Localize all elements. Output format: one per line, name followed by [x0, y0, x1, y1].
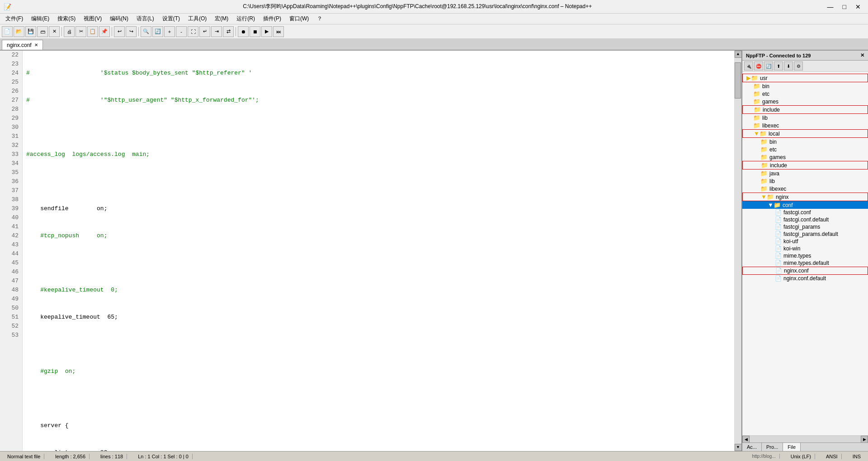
- ftp-disconnect[interactable]: ⛔: [754, 61, 763, 71]
- toolbar-close[interactable]: ✕: [49, 26, 60, 37]
- ftp-horizontal-scrollbar[interactable]: ◀ ▶: [742, 435, 868, 442]
- toolbar-copy[interactable]: 📋: [87, 26, 98, 37]
- toolbar-wordwrap[interactable]: ↵: [199, 26, 210, 37]
- toolbar-macro-run[interactable]: ⏭: [273, 26, 284, 37]
- tree-item-etc1[interactable]: 📁 etc: [742, 90, 868, 98]
- tree-item-label: fastcgi_params.default: [783, 231, 838, 237]
- toolbar-cut[interactable]: ✂: [75, 26, 86, 37]
- tree-item-conf[interactable]: ▼📁 conf: [742, 201, 868, 209]
- folder-icon: 📁: [761, 162, 768, 169]
- toolbar-save-all[interactable]: 🗃: [37, 26, 48, 37]
- toolbar-find[interactable]: 🔍: [141, 26, 151, 37]
- toolbar-macro-play[interactable]: ▶: [261, 26, 272, 37]
- tree-item-lib2[interactable]: 📁 lib: [742, 177, 868, 185]
- toolbar-save[interactable]: 💾: [25, 26, 36, 37]
- tree-item-label: java: [769, 170, 779, 177]
- menu-plugins[interactable]: 插件(P): [259, 14, 285, 24]
- toolbar-indent[interactable]: ⇥: [211, 26, 222, 37]
- tree-item-fastcgi-params[interactable]: 📄 fastcgi_params: [742, 223, 868, 230]
- status-ins: INS: [849, 454, 864, 459]
- tree-item-fastcgi-conf-default[interactable]: 📄 fastcgi.conf.default: [742, 216, 868, 223]
- tree-item-libexec1[interactable]: 📁 libexec: [742, 122, 868, 129]
- minimize-button[interactable]: —: [824, 2, 837, 11]
- ftp-tab-activity[interactable]: Ac...: [742, 443, 762, 451]
- toolbar-find-replace[interactable]: 🔄: [152, 26, 163, 37]
- scroll-track[interactable]: [735, 58, 741, 444]
- tree-item-label: games: [762, 99, 778, 105]
- menu-settings[interactable]: 设置(T): [159, 14, 184, 24]
- menu-window[interactable]: 窗口(W): [286, 14, 312, 24]
- ftp-connect[interactable]: 🔌: [744, 61, 753, 71]
- tree-item-lib1[interactable]: 📁 lib: [742, 114, 868, 122]
- tree-item-koi-win[interactable]: 📄 koi-win: [742, 245, 868, 252]
- tree-item-bin2[interactable]: 📁 bin: [742, 138, 868, 146]
- menu-language[interactable]: 语言(L): [133, 14, 158, 24]
- tree-item-usr[interactable]: ▶📁 usr: [742, 74, 868, 82]
- toolbar-macro-stop[interactable]: ⏹: [250, 26, 260, 37]
- tree-item-mime-types-default[interactable]: 📄 mime.types.default: [742, 259, 868, 267]
- ftp-tab-file[interactable]: File: [783, 443, 801, 451]
- menu-tools[interactable]: 工具(O): [184, 14, 210, 24]
- scroll-left-button[interactable]: ◀: [742, 436, 750, 443]
- tree-item-fastcgi-params-default[interactable]: 📄 fastcgi_params.default: [742, 230, 868, 238]
- menu-help[interactable]: ？: [313, 14, 326, 24]
- scroll-horiz-track[interactable]: [750, 436, 861, 442]
- ftp-panel-close[interactable]: ✕: [860, 52, 864, 58]
- scroll-up-button[interactable]: ▲: [735, 51, 742, 58]
- tree-item-local[interactable]: ▼📁 local: [742, 129, 868, 138]
- tree-item-fastcgi-conf[interactable]: 📄 fastcgi.conf: [742, 209, 868, 216]
- maximize-button[interactable]: □: [839, 2, 850, 11]
- tree-item-label: nginx.conf.default: [783, 275, 826, 282]
- tree-item-etc2[interactable]: 📁 etc: [742, 146, 868, 153]
- ftp-download[interactable]: ⬇: [784, 61, 793, 71]
- tree-item-games2[interactable]: 📁 games: [742, 153, 868, 161]
- menu-edit[interactable]: 编辑(E): [28, 14, 53, 24]
- toolbar-fullscreen[interactable]: ⛶: [188, 26, 198, 37]
- menu-run[interactable]: 运行(R): [233, 14, 259, 24]
- tree-item-nginx-conf[interactable]: 📄 nginx.conf: [742, 267, 868, 275]
- tree-item-java[interactable]: 📁 java: [742, 169, 868, 177]
- ftp-upload[interactable]: ⬆: [774, 61, 783, 71]
- toolbar-macro-rec[interactable]: ⏺: [238, 26, 249, 37]
- tree-item-include2[interactable]: 📁 include: [742, 161, 868, 169]
- toolbar: 📄 📂 💾 🗃 ✕ 🖨 ✂ 📋 📌 ↩ ↪ 🔍 🔄 + - ⛶ ↵ ⇥ ⇄ ⏺ …: [0, 24, 868, 39]
- toolbar-new[interactable]: 📄: [2, 26, 13, 37]
- scroll-thumb[interactable]: [735, 62, 741, 99]
- editor-area: 22 23 24 25 26 27 28 29 30 31 32 33 34 3…: [0, 51, 741, 451]
- menu-search[interactable]: 搜索(S): [54, 14, 79, 24]
- tree-item-libexec2[interactable]: 📁 libexec: [742, 185, 868, 193]
- ftp-tab-profile[interactable]: Pro...: [762, 443, 783, 451]
- editor-scrollbar[interactable]: ▲ ▼: [734, 51, 741, 451]
- toolbar-zoom-out[interactable]: -: [176, 26, 187, 37]
- toolbar-paste[interactable]: 📌: [99, 26, 110, 37]
- scroll-down-button[interactable]: ▼: [735, 444, 742, 451]
- close-button[interactable]: ✕: [852, 2, 864, 11]
- menu-file[interactable]: 文件(F): [2, 14, 27, 24]
- tree-item-mime-types[interactable]: 📄 mime.types: [742, 252, 868, 259]
- tree-item-nginx-conf-default[interactable]: 📄 nginx.conf.default: [742, 275, 868, 282]
- tree-item-nginx[interactable]: ▼📁 nginx: [742, 193, 868, 201]
- toolbar-undo[interactable]: ↩: [114, 26, 125, 37]
- status-position: Ln : 1 Col : 1 Sel : 0 | 0: [134, 454, 193, 459]
- tab-nginx-conf[interactable]: nginx.conf ✕: [2, 40, 43, 50]
- menu-view[interactable]: 视图(V): [80, 14, 105, 24]
- scroll-right-button[interactable]: ▶: [861, 436, 868, 443]
- code-editor[interactable]: # '$status $body_bytes_sent "$http_refer…: [23, 51, 734, 451]
- toolbar-print[interactable]: 🖨: [64, 26, 75, 37]
- ftp-refresh[interactable]: 🔄: [764, 61, 773, 71]
- toolbar-zoom-in[interactable]: +: [164, 26, 175, 37]
- status-line-ending: Unix (LF): [787, 454, 815, 459]
- toolbar-sync[interactable]: ⇄: [223, 26, 234, 37]
- tree-item-bin1[interactable]: 📁 bin: [742, 82, 868, 90]
- tree-item-games1[interactable]: 📁 games: [742, 98, 868, 105]
- tree-item-include1[interactable]: 📁 include: [742, 105, 868, 114]
- tree-item-koi-utf[interactable]: 📄 koi-utf: [742, 238, 868, 245]
- tree-item-label: fastcgi.conf: [783, 209, 811, 216]
- tree-item-label: conf: [783, 202, 793, 208]
- ftp-settings[interactable]: ⚙: [794, 61, 803, 71]
- toolbar-redo[interactable]: ↪: [126, 26, 137, 37]
- menu-encoding[interactable]: 编码(N): [106, 14, 132, 24]
- menu-macro[interactable]: 宏(M): [211, 14, 232, 24]
- toolbar-open[interactable]: 📂: [14, 26, 24, 37]
- tab-close-button[interactable]: ✕: [34, 42, 38, 47]
